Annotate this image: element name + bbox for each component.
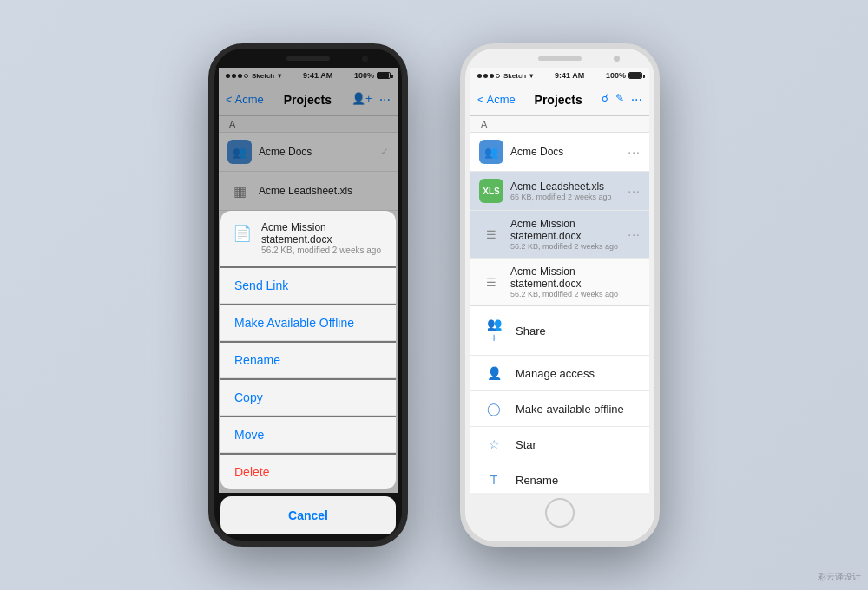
ldot2 [483, 74, 488, 78]
search-icon[interactable]: ☌ [602, 92, 608, 108]
signal-dots-light: Sketch ▾ [477, 72, 533, 80]
context-file-name: Acme Mission statement.docx [510, 266, 641, 290]
action-file-meta: 56.2 KB, modified 2 weeks ago [261, 246, 385, 255]
action-offline[interactable]: Make Available Offline [220, 304, 396, 341]
battery-icon-light [628, 72, 642, 79]
context-menu: 👥+ Share 👤 Manage access ◯ Make availabl… [470, 306, 649, 493]
ldot4 [496, 74, 500, 78]
folder-icon-light: 👥 [479, 140, 503, 164]
context-file-row: ☰ Acme Mission statement.docx 56.2 KB, m… [470, 259, 649, 306]
action-file-name: Acme Mission statement.docx [261, 221, 385, 246]
home-circle-light [545, 498, 575, 528]
home-btn-light[interactable] [465, 493, 654, 533]
item-acme-docs-light: Acme Docs [510, 146, 628, 158]
context-share-label: Share [516, 324, 546, 338]
nav-back-light[interactable]: < Acme [477, 93, 516, 106]
section-header-light: A [470, 116, 649, 133]
action-rename[interactable]: Rename [220, 341, 396, 378]
status-bar-light: Sketch ▾ 9:41 AM 100% [470, 68, 649, 83]
context-rename-label: Rename [516, 474, 558, 487]
action-copy[interactable]: Copy [220, 378, 396, 416]
action-delete[interactable]: Delete [220, 453, 396, 489]
xls-icon-light: XLS [479, 179, 503, 203]
ldot3 [490, 74, 494, 78]
more-mission[interactable]: ··· [628, 227, 641, 241]
phone-light-top-bar [465, 49, 654, 68]
nav-bar-light: < Acme Projects ☌ ✎ ··· [470, 83, 649, 116]
manage-icon: 👤 [484, 366, 503, 380]
rename-icon: T [484, 473, 503, 487]
phone-light: Sketch ▾ 9:41 AM 100% < Acme Projects ☌ … [460, 43, 660, 547]
wifi-light: ▾ [529, 72, 533, 80]
nav-actions-light: ☌ ✎ ··· [602, 92, 642, 108]
context-star-label: Star [516, 438, 536, 451]
camera-light [614, 56, 620, 62]
doc-icon-light: ☰ [479, 222, 503, 246]
context-offline-label: Make available offline [516, 403, 624, 416]
action-sheet-file-info: 📄 Acme Mission statement.docx 56.2 KB, m… [220, 211, 396, 266]
status-right-light: 100% [606, 71, 642, 80]
action-sheet-overlay: 📄 Acme Mission statement.docx 56.2 KB, m… [219, 68, 398, 493]
item-leadsheet-light: Acme Leadsheet.xls [510, 180, 628, 193]
screen-dark: Sketch ▾ 9:41 AM 100% < Acme Projects 👤+… [219, 68, 398, 493]
nav-title-light: Projects [535, 93, 582, 107]
action-sheet: 📄 Acme Mission statement.docx 56.2 KB, m… [220, 211, 396, 489]
time-light: 9:41 AM [555, 71, 584, 80]
context-file-meta: 56.2 KB, modified 2 weeks ago [510, 290, 641, 298]
context-star[interactable]: ☆ Star [470, 427, 649, 462]
offline-icon: ◯ [484, 402, 503, 416]
phone-dark: Sketch ▾ 9:41 AM 100% < Acme Projects 👤+… [208, 43, 408, 547]
action-send-link[interactable]: Send Link [220, 266, 396, 304]
item-leadsheet-meta-light: 65 KB, modified 2 weeks ago [510, 193, 628, 201]
list-item-leadsheet-light[interactable]: XLS Acme Leadsheet.xls 65 KB, modified 2… [470, 172, 649, 211]
back-label-light: < Acme [477, 93, 516, 106]
more-icon-light[interactable]: ··· [631, 92, 642, 108]
context-manage-label: Manage access [516, 367, 595, 380]
share-icon: 👥+ [484, 317, 503, 344]
action-move[interactable]: Move [220, 416, 396, 453]
ldot1 [477, 74, 482, 78]
star-icon: ☆ [484, 437, 503, 451]
item-mission-meta-light: 56.2 KB, modified 2 weeks ago [510, 242, 628, 251]
context-offline[interactable]: ◯ Make available offline [470, 391, 649, 427]
watermark: 彩云译设计 [818, 571, 861, 583]
speaker-light [538, 56, 582, 61]
context-rename[interactable]: T Rename [470, 462, 649, 493]
edit-icon[interactable]: ✎ [615, 92, 624, 108]
list-item-mission-light[interactable]: ☰ Acme Mission statement.docx 56.2 KB, m… [470, 211, 649, 259]
battery-pct-light: 100% [606, 71, 626, 80]
context-manage-access[interactable]: 👤 Manage access [470, 356, 649, 391]
context-file-icon: ☰ [479, 270, 503, 294]
carrier-light: Sketch [503, 72, 526, 80]
more-acme-docs[interactable]: ··· [628, 145, 641, 159]
item-mission-light: Acme Mission statement.docx [510, 218, 628, 242]
list-item-acme-docs-light[interactable]: 👥 Acme Docs ··· [470, 133, 649, 172]
context-share[interactable]: 👥+ Share [470, 306, 649, 356]
screen-light: Sketch ▾ 9:41 AM 100% < Acme Projects ☌ … [470, 68, 649, 493]
file-icon-action: 📄 [231, 221, 253, 246]
more-leadsheet[interactable]: ··· [628, 184, 641, 198]
